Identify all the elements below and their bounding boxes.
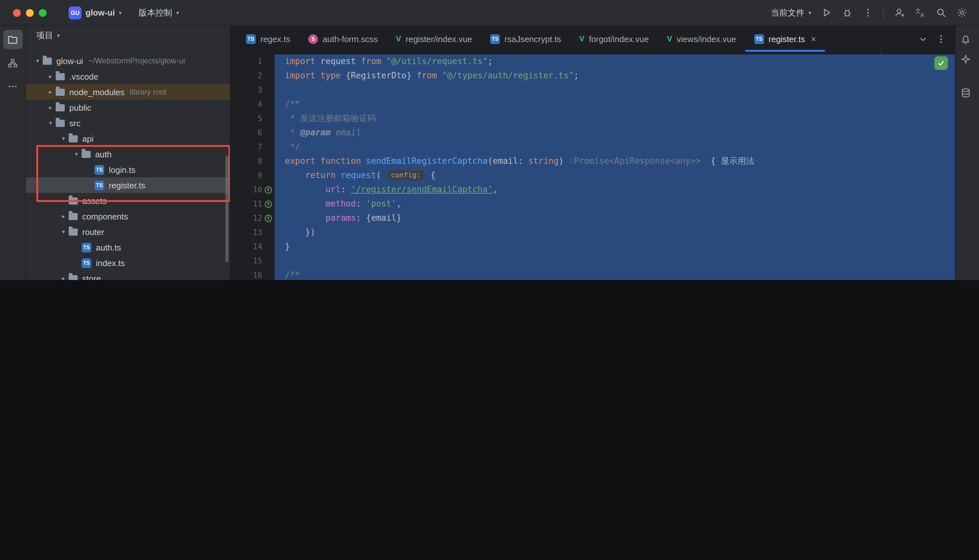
more-tools-button[interactable] (3, 77, 22, 96)
more-actions-button[interactable] (859, 4, 876, 21)
project-tool-button[interactable] (3, 30, 22, 49)
line-number-16[interactable]: 16 (230, 268, 275, 280)
tree-item-components[interactable]: ▸components (26, 208, 230, 224)
tree-chevron-icon[interactable]: ▸ (58, 275, 68, 280)
code-line-3[interactable] (275, 83, 955, 97)
tree-item-api[interactable]: ▾api (26, 131, 230, 146)
ai-assistant-button[interactable] (956, 49, 975, 68)
vcs-widget[interactable]: 版本控制 ▾ (138, 7, 179, 18)
line-number-13[interactable]: 13 (230, 225, 275, 240)
code-line-6[interactable]: * @param email (275, 126, 955, 140)
code-line-4[interactable]: /** (275, 97, 955, 112)
translate-button[interactable]: 文A (912, 4, 929, 21)
run-config-selector[interactable]: 当前文件 ▾ (771, 7, 811, 18)
folder-icon (68, 213, 78, 220)
line-number-15[interactable]: 15 (230, 254, 275, 268)
tree-item-src[interactable]: ▾src (26, 115, 230, 131)
structure-tool-button[interactable] (3, 53, 22, 73)
project-scrollbar[interactable] (225, 155, 228, 262)
editor-tab-regex-ts[interactable]: TSregex.ts (237, 26, 299, 52)
search-everywhere-button[interactable] (932, 4, 949, 21)
code-line-14[interactable]: } (275, 240, 955, 254)
editor-tab-register-index-vue[interactable]: Vregister/index.vue (387, 26, 481, 52)
line-number-1[interactable]: 1 (230, 54, 275, 68)
tree-item-glow-ui[interactable]: ▾glow-ui~/WebstormProjects/glow-ui (26, 53, 230, 68)
run-button[interactable] (818, 4, 835, 21)
close-icon[interactable]: × (811, 34, 816, 44)
code-line-16[interactable]: /** (275, 268, 955, 280)
code-line-5[interactable]: * 发送注册邮箱验证码 (275, 112, 955, 126)
tree-chevron-icon[interactable]: ▾ (58, 228, 68, 235)
line-number-9[interactable]: 9 (230, 168, 275, 183)
tree-item-node-modules[interactable]: ▸node_moduleslibrary root (26, 84, 230, 100)
database-button[interactable] (956, 83, 975, 102)
line-number-14[interactable]: 14 (230, 240, 275, 254)
tree-item-router[interactable]: ▾router (26, 224, 230, 240)
window-zoom-button[interactable] (39, 9, 47, 17)
tree-item-vscode[interactable]: ▸.vscode (26, 68, 230, 84)
line-number-12[interactable]: 12 (230, 211, 275, 225)
tree-item-auth[interactable]: ▾auth (26, 146, 230, 162)
tree-item-auth-ts[interactable]: TSauth.ts (26, 240, 230, 255)
editor-tab-auth-form-scss[interactable]: Sauth-form.scss (299, 26, 387, 52)
code-line-9[interactable]: return request( config: { (275, 168, 955, 183)
line-number-11[interactable]: 11 (230, 197, 275, 211)
tree-item-login-ts[interactable]: TSlogin.ts (26, 162, 230, 177)
line-number-4[interactable]: 4 (230, 97, 275, 112)
line-number-8[interactable]: 8 (230, 154, 275, 168)
tree-chevron-icon[interactable]: ▸ (45, 104, 56, 111)
tree-chevron-icon[interactable]: ▾ (71, 151, 82, 157)
code-line-2[interactable]: import type {RegisterDto} from "@/types/… (275, 68, 955, 83)
editor-tab-views-index-vue[interactable]: Vviews/index.vue (658, 26, 745, 52)
tree-item-label: auth (95, 149, 112, 159)
notifications-button[interactable] (956, 30, 975, 49)
inspection-status-ok[interactable] (934, 56, 948, 70)
project-panel-header[interactable]: 项目 ▾ (26, 26, 230, 45)
code-line-10[interactable]: url: '/register/sendEmailCaptcha', (275, 183, 955, 197)
gutter-badge-icon[interactable] (264, 199, 273, 209)
code-line-13[interactable]: }) (275, 225, 955, 240)
tree-item-assets[interactable]: ▸assets (26, 193, 230, 208)
tree-chevron-icon[interactable]: ▾ (45, 120, 56, 126)
tree-item-public[interactable]: ▸public (26, 100, 230, 115)
window-minimize-button[interactable] (26, 9, 34, 17)
code-line-15[interactable] (275, 254, 955, 268)
line-number-5[interactable]: 5 (230, 112, 275, 126)
tree-chevron-icon[interactable]: ▸ (45, 73, 56, 80)
editor[interactable]: 1234567891011121314151617181920212223242… (230, 52, 955, 280)
tree-chevron-icon[interactable]: ▸ (58, 213, 68, 220)
line-number-7[interactable]: 7 (230, 140, 275, 154)
code-line-1[interactable]: import request from "@/utils/request.ts"… (275, 54, 955, 68)
scss-file-icon: S (309, 34, 318, 44)
gutter-badge-icon[interactable] (264, 185, 273, 195)
tree-item-register-ts[interactable]: TSregister.ts (26, 177, 230, 193)
tree-chevron-icon[interactable]: ▾ (32, 58, 43, 64)
settings-button[interactable] (953, 4, 970, 21)
editor-tab-register-ts[interactable]: TSregister.ts× (745, 26, 825, 52)
tab-label: forgot/index.vue (589, 34, 649, 44)
line-number-3[interactable]: 3 (230, 83, 275, 97)
tree-chevron-icon[interactable]: ▸ (58, 197, 68, 204)
code-line-12[interactable]: params: {email} (275, 211, 955, 225)
code-with-me-button[interactable] (891, 4, 908, 21)
tree-chevron-icon[interactable]: ▸ (45, 89, 56, 95)
code-line-11[interactable]: method: 'post', (275, 197, 955, 211)
tab-options-button[interactable] (933, 31, 949, 47)
line-number-2[interactable]: 2 (230, 68, 275, 83)
hidden-tabs-button[interactable] (915, 31, 931, 47)
tree-item-store[interactable]: ▸store (26, 271, 230, 280)
ts-file-icon: TS (95, 165, 104, 175)
editor-tab-forgot-index-vue[interactable]: Vforgot/index.vue (570, 26, 658, 52)
gutter-badge-icon[interactable] (264, 213, 273, 223)
debug-button[interactable] (839, 4, 856, 21)
code-line-7[interactable]: */ (275, 140, 955, 154)
tree-chevron-icon[interactable]: ▾ (58, 135, 68, 142)
line-number-10[interactable]: 10 (230, 183, 275, 197)
tree-item-index-ts[interactable]: TSindex.ts (26, 255, 230, 271)
project-selector[interactable]: GU glow-ui ▾ (68, 6, 122, 19)
code-line-8[interactable]: export function sendEmailRegisterCaptcha… (275, 154, 955, 168)
editor-code[interactable]: import request from "@/utils/request.ts"… (275, 52, 955, 280)
window-close-button[interactable] (13, 9, 21, 17)
line-number-6[interactable]: 6 (230, 126, 275, 140)
editor-tab-rsajsencrypt-ts[interactable]: TSrsaJsencrypt.ts (481, 26, 570, 52)
